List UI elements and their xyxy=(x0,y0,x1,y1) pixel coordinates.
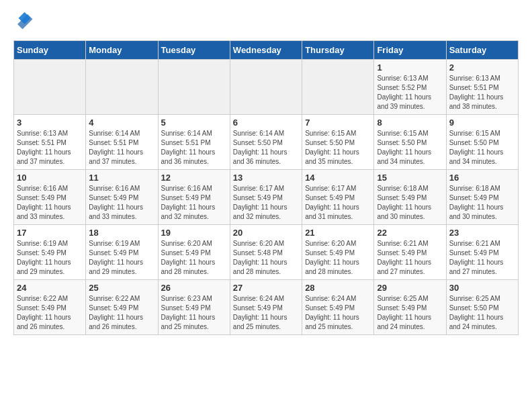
week-row-3: 17Sunrise: 6:19 AM Sunset: 5:49 PM Dayli… xyxy=(14,225,519,280)
calendar-cell xyxy=(158,60,230,115)
calendar-cell: 22Sunrise: 6:21 AM Sunset: 5:49 PM Dayli… xyxy=(374,225,446,280)
calendar-cell: 21Sunrise: 6:20 AM Sunset: 5:49 PM Dayli… xyxy=(302,225,374,280)
calendar-cell xyxy=(230,60,302,115)
day-number: 24 xyxy=(17,283,83,293)
day-number: 28 xyxy=(305,283,371,293)
calendar-cell: 27Sunrise: 6:24 AM Sunset: 5:49 PM Dayli… xyxy=(230,280,302,335)
calendar-cell: 17Sunrise: 6:19 AM Sunset: 5:49 PM Dayli… xyxy=(14,225,86,280)
day-number: 6 xyxy=(233,118,299,128)
day-number: 9 xyxy=(449,118,515,128)
logo-icon xyxy=(13,10,34,30)
day-number: 13 xyxy=(233,173,299,183)
day-info: Sunrise: 6:14 AM Sunset: 5:51 PM Dayligh… xyxy=(161,129,227,167)
calendar-cell: 12Sunrise: 6:16 AM Sunset: 5:49 PM Dayli… xyxy=(158,170,230,225)
day-info: Sunrise: 6:22 AM Sunset: 5:49 PM Dayligh… xyxy=(17,294,83,332)
day-number: 4 xyxy=(89,118,154,128)
day-number: 14 xyxy=(305,173,371,183)
day-number: 22 xyxy=(377,228,443,238)
day-number: 7 xyxy=(305,118,371,128)
day-number: 8 xyxy=(377,118,443,128)
page-container: SundayMondayTuesdayWednesdayThursdayFrid… xyxy=(0,0,532,345)
week-row-0: 1Sunrise: 6:13 AM Sunset: 5:52 PM Daylig… xyxy=(14,60,519,115)
calendar-cell: 16Sunrise: 6:18 AM Sunset: 5:49 PM Dayli… xyxy=(446,170,518,225)
day-info: Sunrise: 6:22 AM Sunset: 5:49 PM Dayligh… xyxy=(89,294,154,332)
day-info: Sunrise: 6:13 AM Sunset: 5:51 PM Dayligh… xyxy=(17,129,83,167)
day-number: 15 xyxy=(377,173,443,183)
day-number: 1 xyxy=(377,62,443,73)
day-info: Sunrise: 6:16 AM Sunset: 5:49 PM Dayligh… xyxy=(161,184,227,222)
day-info: Sunrise: 6:14 AM Sunset: 5:51 PM Dayligh… xyxy=(89,129,154,167)
day-info: Sunrise: 6:25 AM Sunset: 5:49 PM Dayligh… xyxy=(377,294,443,332)
week-row-4: 24Sunrise: 6:22 AM Sunset: 5:49 PM Dayli… xyxy=(14,280,519,335)
day-info: Sunrise: 6:15 AM Sunset: 5:50 PM Dayligh… xyxy=(377,129,443,167)
day-info: Sunrise: 6:20 AM Sunset: 5:48 PM Dayligh… xyxy=(233,239,299,277)
day-number: 16 xyxy=(449,173,515,183)
day-number: 18 xyxy=(89,228,154,238)
day-info: Sunrise: 6:25 AM Sunset: 5:50 PM Dayligh… xyxy=(449,294,515,332)
day-info: Sunrise: 6:14 AM Sunset: 5:50 PM Dayligh… xyxy=(233,129,299,167)
calendar-cell: 13Sunrise: 6:17 AM Sunset: 5:49 PM Dayli… xyxy=(230,170,302,225)
day-info: Sunrise: 6:21 AM Sunset: 5:49 PM Dayligh… xyxy=(377,239,443,277)
calendar-cell: 30Sunrise: 6:25 AM Sunset: 5:50 PM Dayli… xyxy=(446,280,518,335)
calendar-table: SundayMondayTuesdayWednesdayThursdayFrid… xyxy=(13,40,519,335)
calendar-cell: 25Sunrise: 6:22 AM Sunset: 5:49 PM Dayli… xyxy=(86,280,158,335)
logo xyxy=(13,10,37,30)
day-info: Sunrise: 6:24 AM Sunset: 5:49 PM Dayligh… xyxy=(233,294,299,332)
day-number: 23 xyxy=(449,228,515,238)
calendar-cell: 24Sunrise: 6:22 AM Sunset: 5:49 PM Dayli… xyxy=(14,280,86,335)
day-info: Sunrise: 6:17 AM Sunset: 5:49 PM Dayligh… xyxy=(233,184,299,222)
day-number: 11 xyxy=(89,173,154,183)
weekday-header-monday: Monday xyxy=(86,41,158,60)
day-number: 12 xyxy=(161,173,227,183)
day-number: 27 xyxy=(233,283,299,293)
day-info: Sunrise: 6:13 AM Sunset: 5:51 PM Dayligh… xyxy=(449,74,515,111)
day-info: Sunrise: 6:19 AM Sunset: 5:49 PM Dayligh… xyxy=(17,239,83,277)
calendar-cell xyxy=(86,60,158,115)
weekday-header-sunday: Sunday xyxy=(14,41,86,60)
calendar-cell: 28Sunrise: 6:24 AM Sunset: 5:49 PM Dayli… xyxy=(302,280,374,335)
week-row-2: 10Sunrise: 6:16 AM Sunset: 5:49 PM Dayli… xyxy=(14,170,519,225)
day-number: 20 xyxy=(233,228,299,238)
day-info: Sunrise: 6:20 AM Sunset: 5:49 PM Dayligh… xyxy=(161,239,227,277)
weekday-header-tuesday: Tuesday xyxy=(158,41,230,60)
calendar-cell: 11Sunrise: 6:16 AM Sunset: 5:49 PM Dayli… xyxy=(86,170,158,225)
day-info: Sunrise: 6:18 AM Sunset: 5:49 PM Dayligh… xyxy=(449,184,515,222)
day-info: Sunrise: 6:15 AM Sunset: 5:50 PM Dayligh… xyxy=(305,129,371,167)
calendar-cell: 5Sunrise: 6:14 AM Sunset: 5:51 PM Daylig… xyxy=(158,115,230,170)
header xyxy=(13,10,519,30)
calendar-cell: 8Sunrise: 6:15 AM Sunset: 5:50 PM Daylig… xyxy=(374,115,446,170)
day-info: Sunrise: 6:15 AM Sunset: 5:50 PM Dayligh… xyxy=(449,129,515,167)
calendar-cell: 4Sunrise: 6:14 AM Sunset: 5:51 PM Daylig… xyxy=(86,115,158,170)
weekday-header-saturday: Saturday xyxy=(446,41,518,60)
weekday-header-row: SundayMondayTuesdayWednesdayThursdayFrid… xyxy=(14,41,519,60)
day-info: Sunrise: 6:24 AM Sunset: 5:49 PM Dayligh… xyxy=(305,294,371,332)
day-number: 17 xyxy=(17,228,83,238)
calendar-cell: 1Sunrise: 6:13 AM Sunset: 5:52 PM Daylig… xyxy=(374,60,446,115)
calendar-cell: 26Sunrise: 6:23 AM Sunset: 5:49 PM Dayli… xyxy=(158,280,230,335)
day-info: Sunrise: 6:23 AM Sunset: 5:49 PM Dayligh… xyxy=(161,294,227,332)
calendar-cell xyxy=(302,60,374,115)
day-info: Sunrise: 6:19 AM Sunset: 5:49 PM Dayligh… xyxy=(89,239,154,277)
week-row-1: 3Sunrise: 6:13 AM Sunset: 5:51 PM Daylig… xyxy=(14,115,519,170)
calendar-cell: 14Sunrise: 6:17 AM Sunset: 5:49 PM Dayli… xyxy=(302,170,374,225)
day-info: Sunrise: 6:13 AM Sunset: 5:52 PM Dayligh… xyxy=(377,74,443,111)
day-number: 25 xyxy=(89,283,154,293)
calendar-cell: 9Sunrise: 6:15 AM Sunset: 5:50 PM Daylig… xyxy=(446,115,518,170)
calendar-cell: 23Sunrise: 6:21 AM Sunset: 5:49 PM Dayli… xyxy=(446,225,518,280)
calendar-cell: 29Sunrise: 6:25 AM Sunset: 5:49 PM Dayli… xyxy=(374,280,446,335)
calendar-cell xyxy=(14,60,86,115)
day-number: 30 xyxy=(449,283,515,293)
day-info: Sunrise: 6:20 AM Sunset: 5:49 PM Dayligh… xyxy=(305,239,371,277)
day-number: 26 xyxy=(161,283,227,293)
weekday-header-friday: Friday xyxy=(374,41,446,60)
calendar-cell: 2Sunrise: 6:13 AM Sunset: 5:51 PM Daylig… xyxy=(446,60,518,115)
day-info: Sunrise: 6:17 AM Sunset: 5:49 PM Dayligh… xyxy=(305,184,371,222)
day-info: Sunrise: 6:21 AM Sunset: 5:49 PM Dayligh… xyxy=(449,239,515,277)
day-number: 3 xyxy=(17,118,83,128)
weekday-header-thursday: Thursday xyxy=(302,41,374,60)
day-number: 5 xyxy=(161,118,227,128)
weekday-header-wednesday: Wednesday xyxy=(230,41,302,60)
day-number: 10 xyxy=(17,173,83,183)
day-number: 21 xyxy=(305,228,371,238)
day-info: Sunrise: 6:16 AM Sunset: 5:49 PM Dayligh… xyxy=(89,184,154,222)
